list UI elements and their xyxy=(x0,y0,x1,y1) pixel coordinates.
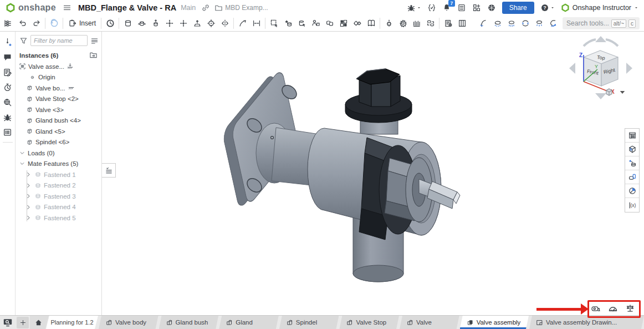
right-panel-button-featurescript[interactable]: (x) xyxy=(625,198,639,212)
right-panel-button-display-states[interactable] xyxy=(625,170,639,184)
right-panel-button-bom-table[interactable] xyxy=(625,129,639,143)
tab-spindel[interactable]: Spindel xyxy=(279,316,339,329)
toolbar-button-free-drag[interactable] xyxy=(176,17,190,31)
viewport[interactable]: Top Front Right Z X Y (x) xyxy=(103,32,644,315)
toolbar-button-box-select[interactable] xyxy=(267,17,281,31)
filter-input[interactable] xyxy=(30,35,88,46)
toolbar-button-translate-part[interactable] xyxy=(162,17,176,31)
mate-features-section[interactable]: Mate Features (5) xyxy=(16,159,101,170)
help-button[interactable]: ? xyxy=(540,3,555,12)
tab-gland[interactable]: Gland xyxy=(219,316,279,329)
mate-item-fastened-1[interactable]: Fastened 1 xyxy=(16,169,101,180)
mate-item-fastened-4[interactable]: Fastened 4 xyxy=(16,202,101,213)
version-tab[interactable]: Planning for 1.2 xyxy=(46,316,98,329)
toolbar-button-rotate-part[interactable] xyxy=(135,17,149,31)
strip-button-comments[interactable] xyxy=(2,51,14,63)
right-panel-button-appearance-panel[interactable] xyxy=(625,143,639,156)
toolbar-button-new-revision[interactable] xyxy=(281,17,295,31)
tree-item-gland-5[interactable]: Gland <5> xyxy=(16,126,101,137)
model-canvas[interactable] xyxy=(111,44,488,294)
learning-button[interactable] xyxy=(487,3,496,12)
tab-valve-body[interactable]: Valve body xyxy=(99,316,159,329)
toolbar-button-hide-instance[interactable] xyxy=(490,17,504,31)
toolbar-button-lift-part[interactable] xyxy=(190,17,204,31)
toolbar-button-sheet-properties[interactable] xyxy=(441,17,455,31)
strip-button-report-issue[interactable] xyxy=(2,111,14,123)
toolbar-button-named-views[interactable] xyxy=(532,17,546,31)
redo-button[interactable] xyxy=(29,17,43,31)
toolbar-button-move-part[interactable] xyxy=(149,17,162,31)
mate-item-fastened-5[interactable]: Fastened 5 xyxy=(16,212,101,224)
view-cube[interactable]: Top Front Right Z X Y xyxy=(567,35,639,102)
tab-valve-stop[interactable]: Valve Stop xyxy=(339,316,399,329)
toolbar-button-gear-pair[interactable] xyxy=(382,17,396,31)
account-menu[interactable]: Onshape Instructor xyxy=(561,3,638,12)
mate-item-fastened-2[interactable]: Fastened 2 xyxy=(16,180,101,191)
search-tools-box[interactable]: Search tools... alt/~ c xyxy=(563,17,640,29)
tree-item-gland-bush-4[interactable]: Gland bush <4> xyxy=(16,115,101,126)
toolbar-button-named-positions[interactable] xyxy=(309,17,323,31)
workspace-label[interactable]: Main xyxy=(181,4,196,12)
toolbar-button-linear-pattern[interactable] xyxy=(410,17,423,31)
toolbar-button-measure-distance[interactable] xyxy=(249,17,263,31)
notifications-button[interactable]: 7 xyxy=(442,3,451,12)
toolbar-button-replicate[interactable] xyxy=(423,17,437,31)
toolbar-button-mate-connector[interactable] xyxy=(204,17,218,31)
panel-collapse-handle[interactable] xyxy=(102,163,116,178)
history-button[interactable] xyxy=(103,17,117,31)
tab-valve[interactable]: Valve xyxy=(400,316,459,329)
toolbar-button-edit-part[interactable] xyxy=(295,17,309,31)
toolbar-button-snap-mode[interactable] xyxy=(236,17,249,31)
home-tab-button[interactable] xyxy=(30,316,49,329)
tree-item-valve-bo[interactable]: Valve bo... xyxy=(16,83,101,94)
tree-item-valve-3[interactable]: Valve <3> xyxy=(16,104,101,115)
toolbar-button-enclose-parts[interactable] xyxy=(364,17,378,31)
strip-button-document-notes[interactable] xyxy=(2,66,14,78)
onshape-logo[interactable]: onshape xyxy=(6,3,56,13)
assembly-structure-button[interactable] xyxy=(0,17,16,31)
toolbar-button-appearance[interactable] xyxy=(546,17,560,31)
share-button[interactable]: Share xyxy=(502,2,534,14)
right-panel-button-configurations[interactable] xyxy=(625,156,639,170)
toolbar-button-bom-columns[interactable] xyxy=(455,17,469,31)
strip-button-search-document[interactable] xyxy=(2,96,14,108)
follow-mode-button[interactable] xyxy=(0,316,16,329)
undo-button[interactable] xyxy=(16,17,29,31)
report-bug-button[interactable] xyxy=(407,3,421,12)
new-tab-button[interactable] xyxy=(17,317,29,328)
toolbar-button-mirror-part[interactable] xyxy=(218,17,232,31)
tree-item-valve-asse[interactable]: Valve asse... xyxy=(16,61,101,72)
toolbar-button-gear-relation[interactable] xyxy=(350,17,364,31)
link-icon[interactable] xyxy=(201,3,210,12)
strip-button-properties-panel[interactable] xyxy=(2,126,14,138)
mate-item-fastened-3[interactable]: Fastened 3 xyxy=(16,191,101,202)
tree-item-origin[interactable]: Origin xyxy=(16,72,101,83)
loads-section[interactable]: Loads (0) xyxy=(16,148,101,159)
tasks-button[interactable] xyxy=(457,3,466,12)
insert-button[interactable]: Insert xyxy=(65,19,99,28)
toolbar-button-section-view[interactable] xyxy=(477,17,490,31)
tab-valve-assembly[interactable]: Valve assembly xyxy=(460,316,529,329)
featurescript-button[interactable] xyxy=(427,3,436,12)
right-panel-button-versions-pie[interactable] xyxy=(625,184,639,198)
folder-icon[interactable] xyxy=(214,4,223,12)
strip-button-insert-item[interactable] xyxy=(2,36,14,48)
folder-label[interactable]: MBD Examp... xyxy=(225,4,268,12)
tree-item-spindel-6[interactable]: Spindel <6> xyxy=(16,137,101,148)
toolbar-button-exploded-view[interactable] xyxy=(504,17,518,31)
hamburger-menu-icon[interactable] xyxy=(63,3,71,12)
toolbar-button-copy-part[interactable] xyxy=(323,17,336,31)
rollback-button[interactable] xyxy=(47,17,61,31)
tab-gland-bush[interactable]: Gland bush xyxy=(159,316,219,329)
strip-button-history-panel[interactable] xyxy=(2,81,14,93)
toolbar-button-isolate[interactable] xyxy=(518,17,532,31)
list-options-icon[interactable] xyxy=(90,37,99,45)
view-cube-menu[interactable] xyxy=(604,87,627,97)
apps-button[interactable] xyxy=(472,3,481,12)
folder-plus-icon[interactable] xyxy=(89,51,98,59)
tree-item-valve-stop-2[interactable]: Valve Stop <2> xyxy=(16,94,101,105)
filter-icon[interactable] xyxy=(19,37,28,45)
toolbar-button-insert-part[interactable] xyxy=(121,17,135,31)
toolbar-button-mechanism[interactable] xyxy=(396,17,410,31)
toolbar-button-pattern[interactable] xyxy=(336,17,350,31)
